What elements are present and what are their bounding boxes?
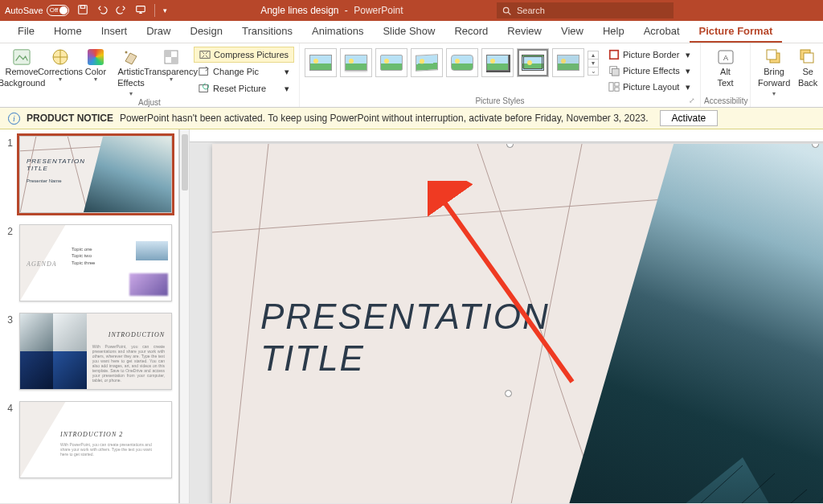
slide-canvas[interactable]: PRESENTATIONTITLE Presenter Name: [212, 144, 823, 503]
picture-style-item[interactable]: [446, 48, 478, 77]
slide-number: 1: [3, 136, 13, 149]
alt-text-button[interactable]: A Alt Text: [707, 45, 744, 88]
tab-help[interactable]: Help: [593, 20, 634, 43]
compress-pictures-button[interactable]: Compress Pictures: [194, 47, 294, 63]
slide-thumbnail-4[interactable]: INTRODUCTION 2 With PowerPoint, you can …: [19, 401, 172, 478]
picture-style-item[interactable]: [517, 48, 549, 77]
tab-picture-format[interactable]: Picture Format: [690, 20, 783, 43]
tab-view[interactable]: View: [551, 20, 593, 43]
notice-message: PowerPoint hasn't been activated. To kee…: [120, 113, 649, 124]
bring-forward-icon: [765, 48, 783, 66]
svg-rect-17: [615, 83, 619, 86]
picture-layout-button[interactable]: Picture Layout▾: [604, 79, 695, 95]
color-icon: [87, 48, 104, 66]
bring-forward-button[interactable]: Bring Forward ▾: [754, 45, 794, 98]
send-backward-icon: [799, 48, 817, 66]
tab-acrobat[interactable]: Acrobat: [634, 20, 690, 43]
transparency-button[interactable]: Transparency ▾: [151, 45, 190, 81]
alt-text-icon: A: [717, 48, 735, 66]
dialog-launcher-icon[interactable]: ⤢: [689, 96, 695, 104]
svg-rect-10: [200, 51, 210, 59]
ribbon-tabs: File Home Insert Draw Design Transitions…: [0, 21, 823, 43]
gallery-scroll[interactable]: ▴▾⌄: [588, 51, 599, 76]
group-label-picture-styles: Picture Styles⤢: [303, 96, 697, 106]
ribbon: Remove Background Corrections ▾ Color ▾: [0, 43, 823, 108]
slide-title[interactable]: PRESENTATIONTITLE: [260, 297, 550, 379]
tab-record[interactable]: Record: [444, 20, 497, 43]
group-label-accessibility: Accessibility: [704, 96, 747, 106]
tab-home[interactable]: Home: [44, 20, 92, 43]
svg-rect-9: [171, 57, 178, 64]
activate-button[interactable]: Activate: [660, 110, 719, 126]
svg-text:A: A: [723, 54, 727, 62]
svg-rect-15: [612, 68, 619, 76]
work-area: 1 PRESENTATIONTITLE Presenter Name 2 AGE…: [0, 129, 823, 503]
transparency-icon: [162, 48, 180, 66]
svg-rect-8: [165, 51, 171, 57]
picture-effects-button[interactable]: Picture Effects▾: [604, 63, 695, 79]
svg-rect-22: [767, 50, 776, 59]
picture-border-icon: [608, 49, 620, 60]
compress-pictures-icon: [199, 49, 211, 60]
slide-thumbnail-1[interactable]: PRESENTATIONTITLE Presenter Name: [19, 136, 172, 213]
svg-rect-1: [80, 5, 84, 8]
svg-line-25: [20, 137, 36, 213]
slide-editor[interactable]: PRESENTATIONTITLE Presenter Name: [180, 129, 823, 503]
tab-insert[interactable]: Insert: [92, 20, 137, 43]
tab-file[interactable]: File: [8, 20, 44, 43]
svg-line-44: [815, 369, 823, 503]
artistic-effects-icon: [122, 48, 140, 66]
picture-styles-gallery[interactable]: ▴▾⌄: [303, 45, 600, 80]
tab-transitions[interactable]: Transitions: [232, 20, 302, 43]
picture-style-item[interactable]: [340, 48, 372, 77]
svg-rect-11: [199, 68, 208, 76]
tab-animations[interactable]: Animations: [302, 20, 373, 43]
svg-rect-0: [78, 5, 87, 14]
slide-number: 4: [3, 401, 13, 414]
reset-picture-button[interactable]: Reset Picture▾: [194, 80, 294, 96]
change-picture-button[interactable]: Change Pic▾: [194, 64, 294, 80]
slide-thumbnails-panel[interactable]: 1 PRESENTATIONTITLE Presenter Name 2 AGE…: [0, 129, 180, 503]
picture-style-item[interactable]: [552, 48, 584, 77]
change-picture-icon: [199, 66, 210, 77]
vertical-scrollbar[interactable]: [180, 129, 190, 503]
picture-style-item[interactable]: [481, 48, 514, 77]
remove-background-button[interactable]: Remove Background: [3, 45, 40, 88]
send-backward-button[interactable]: Se Back: [796, 45, 820, 88]
tab-design[interactable]: Design: [181, 20, 232, 43]
picture-style-item[interactable]: [411, 48, 443, 77]
remove-background-icon: [13, 48, 31, 66]
window-title: Angle lines design - PowerPoint: [167, 5, 497, 16]
title-bar: AutoSave Off ▾ Angle lines design - Powe…: [0, 0, 823, 21]
svg-rect-24: [804, 53, 813, 63]
tab-slideshow[interactable]: Slide Show: [373, 20, 444, 43]
tab-draw[interactable]: Draw: [137, 20, 180, 43]
color-button[interactable]: Color ▾: [80, 45, 111, 81]
slide-number: 3: [3, 313, 13, 326]
svg-rect-18: [615, 88, 619, 91]
picture-border-button[interactable]: Picture Border▾: [604, 47, 695, 63]
svg-rect-16: [609, 83, 613, 92]
picture-style-item[interactable]: [375, 48, 407, 77]
svg-point-6: [125, 51, 128, 54]
horizontal-ruler: [190, 129, 823, 142]
slide-thumbnail-2[interactable]: AGENDA Topic oneTopic twoTopic three: [19, 224, 172, 301]
autosave-toggle[interactable]: AutoSave Off: [5, 5, 69, 16]
group-label-adjust: Adjust: [3, 98, 296, 108]
info-icon: i: [8, 113, 20, 125]
reset-picture-icon: [199, 83, 210, 94]
search-box[interactable]: Search: [497, 2, 674, 18]
slide-thumbnail-3[interactable]: INTRODUCTION With PowerPoint, you can cr…: [19, 313, 172, 390]
svg-point-3: [503, 7, 509, 13]
picture-style-item[interactable]: [305, 48, 337, 77]
quick-access-toolbar: AutoSave Off ▾: [5, 4, 167, 18]
slideshow-icon[interactable]: [135, 4, 146, 18]
redo-icon[interactable]: [116, 4, 127, 18]
corrections-button[interactable]: Corrections ▾: [42, 45, 79, 81]
tab-review[interactable]: Review: [497, 20, 551, 43]
svg-rect-13: [610, 51, 619, 59]
undo-icon[interactable]: [96, 4, 108, 18]
save-icon[interactable]: [77, 4, 88, 18]
svg-line-43: [775, 369, 823, 503]
picture-layout-icon: [608, 81, 620, 92]
